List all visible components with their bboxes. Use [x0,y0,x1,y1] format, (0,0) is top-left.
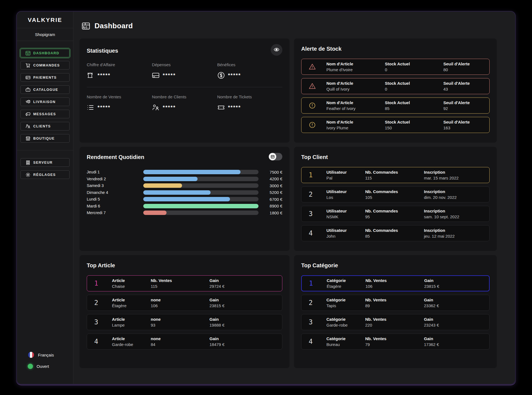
top-article-row[interactable]: 2 ArticleÉtagère none106 Gain23815 € [87,295,282,311]
article-name: Lampe [112,323,151,327]
warning-circle-icon [309,121,316,129]
sidebar-item-boutique[interactable]: BOUTIQUE [21,134,70,143]
chart-bar [143,170,241,174]
column-label: Gain [424,297,489,302]
stat-benefices: Bénéfices ***** [217,62,282,79]
warning-triangle-icon [309,83,316,90]
ticket-icon [217,104,225,111]
sidebar-item-commandes[interactable]: COMMANDES [21,61,70,70]
gain-value: 23362 € [424,303,489,308]
chart-mode-toggle[interactable] [269,153,282,160]
users-icon [25,124,30,129]
column-label: Nom d'Article [326,61,385,66]
stock-alert-row[interactable]: Nom d'ArticlePlume d'Ivoire Stock Actuel… [301,59,490,75]
sidebar: VALKYRIE Shopigram DASHBOARD COMMANDES P… [17,12,73,384]
storefront-icon [25,136,30,141]
top-article-row[interactable]: 3 ArticleLampe none93 Gain19888 € [87,314,282,330]
column-label: Nb. Commandes [365,189,424,194]
stat-label: Chiffre d'Affaire [87,62,152,67]
column-label: Article [112,336,151,341]
chart-row: Dimanche 45200 € [87,189,282,196]
stock-value: 150 [385,125,443,130]
sidebar-item-serveur[interactable]: SERVEUR [21,158,70,167]
list-icon [87,104,94,111]
threshold-value: 163 [443,125,489,130]
chart-row: Samedi 33000 € [87,182,282,189]
stat-label: Nombre de Ventes [87,94,152,99]
orders-count: 115 [365,176,424,180]
sidebar-item-label: CATALOGUE [33,88,58,92]
chart-bar-track [143,190,259,195]
stat-label: Nombre de Clients [152,94,217,99]
category-name: Bureau [326,342,365,347]
sidebar-item-clients[interactable]: CLIENTS [21,122,70,130]
column-label: Gain [424,278,489,283]
sales-count: 84 [151,342,209,347]
dashboard-header-icon [82,22,90,30]
chart-value-label: 7500 € [259,170,282,175]
column-label: Catégorie [326,317,365,322]
stock-alert-card: Alerte de Stock Nom d'ArticlePlume d'Ivo… [294,39,497,143]
column-label: Nb. Ventes [365,278,424,283]
top-category-row[interactable]: 1 CatégorieÉtagère Nb. Ventes106 Gain238… [301,275,490,291]
top-article-row[interactable]: 1 ArticleChaise Nb. Ventes115 Gain29724 … [87,275,282,291]
column-label: Catégorie [326,336,365,341]
column-label: Inscription [424,189,489,194]
stock-value: 85 [385,106,443,111]
top-client-row[interactable]: 3 UtilisateurNSMK Nb. Commandes95 Inscri… [301,206,490,222]
article-name: Feather of Ivory [326,106,385,111]
sidebar-item-messages[interactable]: MESSAGES [21,110,70,118]
chart-category-label: Mardi 6 [87,204,143,208]
rank-number: 3 [309,210,326,218]
sidebar-item-label: DASHBOARD [33,51,59,55]
column-label: Nb. Ventes [365,297,424,302]
column-label: Catégorie [327,278,365,283]
chart-bar-track [143,211,259,215]
top-client-row[interactable]: 4 UtilisateurJohn Nb. Commandes85 Inscri… [301,225,490,241]
rank-number: 4 [309,338,326,345]
payments-icon [25,75,30,80]
sidebar-item-paiements[interactable]: PAIEMENTS [21,73,70,82]
stat-hidden-value: ***** [163,104,176,111]
sidebar-item-dashboard[interactable]: DASHBOARD [21,49,70,57]
store-status[interactable]: Ouvert [28,364,73,369]
toggle-values-visibility-button[interactable] [271,44,282,56]
statistics-title: Statistiques [87,48,118,54]
sidebar-item-label: SERVEUR [33,161,53,165]
sidebar-footer: Français Ouvert [17,352,73,384]
sidebar-item-livraison[interactable]: LIVRAISON [21,98,70,106]
stat-label: Dépenses [152,62,217,67]
sidebar-item-catalogue[interactable]: CATALOGUE [21,85,70,94]
sales-count: 115 [151,284,209,289]
column-label: Seuil d'Alerte [443,61,489,66]
status-label: Ouvert [37,364,49,369]
gain-value: 23243 € [424,323,489,327]
column-label: Gain [424,336,489,341]
column-label: Inscription [424,228,489,233]
top-client-row[interactable]: 1 UtilisateurPal Nb. Commandes115 Inscri… [301,167,490,183]
cart-icon [25,63,30,68]
top-client-row[interactable]: 2 UtilisateurLos Nb. Commandes105 Inscri… [301,186,490,202]
top-article-row[interactable]: 4 ArticleGarde-robe none84 Gain18479 € [87,334,282,350]
rank-number: 4 [309,229,326,237]
card-icon [152,71,160,79]
top-category-row[interactable]: 4 CatégorieBureau Nb. Ventes79 Gain17362… [301,334,490,350]
gain-value: 18479 € [209,342,282,347]
store-name[interactable]: Shopigram [17,28,73,41]
status-dot-icon [28,364,33,369]
article-name: Plume d'Ivoire [326,67,385,72]
stats-divider [87,87,282,87]
stock-alert-row[interactable]: Nom d'ArticleQuill of Ivory Stock Actuel… [301,78,490,94]
stock-alert-row[interactable]: Nom d'ArticleFeather of Ivory Stock Actu… [301,98,490,114]
language-selector[interactable]: Français [28,352,73,358]
top-category-row[interactable]: 2 CatégorieTapis Nb. Ventes89 Gain23362 … [301,295,490,311]
sales-count: 106 [365,284,424,289]
stock-alert-row[interactable]: Nom d'ArticleIvory Plume Stock Actuel150… [301,117,490,133]
column-label: Inscription [424,209,489,213]
rook-icon [87,71,94,79]
sidebar-item-reglages[interactable]: RÉGLAGES [21,170,70,179]
chart-bar [143,204,259,208]
chart-category-label: Vendredi 2 [87,177,143,181]
category-name: Étagère [327,284,365,289]
top-category-row[interactable]: 3 CatégorieGarde-robe Nb. Ventes220 Gain… [301,314,490,330]
